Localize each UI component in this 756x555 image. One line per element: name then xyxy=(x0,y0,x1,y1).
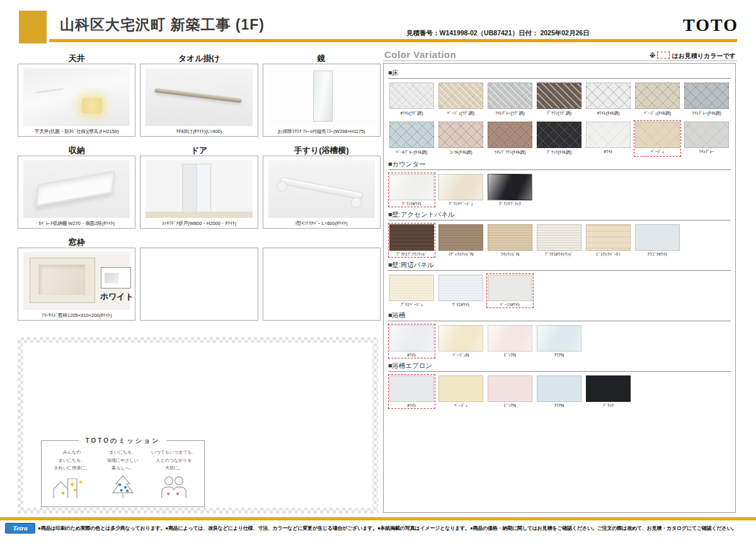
swatch-label: ﾌﾞﾗｯｸ(ﾀｲﾙ調) xyxy=(537,149,581,156)
swatch-label: ﾎﾜｲﾄ xyxy=(389,353,434,357)
color-swatch: ﾌﾟﾗﾅｽﾎﾜｲﾄｳｯﾄﾞ xyxy=(536,223,583,258)
swatch-chip xyxy=(537,224,581,251)
section-label: ■浴槽エプロン xyxy=(388,362,731,372)
swatch-label: ﾌﾟﾘｴﾍﾞｰｼﾞｭ xyxy=(389,302,434,307)
window-frame-swatch xyxy=(101,267,131,289)
swatch-label: ﾌﾞﾗｳﾝ(ﾗｸﾞ調) xyxy=(537,110,581,117)
product-title: 窓枠 xyxy=(18,237,135,248)
color-swatch: ﾌﾟﾗﾅｽﾌﾞﾗｳﾝｳｯﾄﾞ xyxy=(388,223,435,258)
color-swatch: ﾗｲﾄｸﾞﾚｰ xyxy=(683,120,730,157)
color-variation-heading: Color Variation xyxy=(384,49,456,60)
swatch-label: ｱﾗｺﾞﾅﾎﾜｲﾄ xyxy=(635,252,680,256)
color-swatch: ﾍﾞｰｼﾞｭ xyxy=(437,374,484,409)
product-caption: 平天井(抗菌・防ｶﾋﾞ仕様)(壁高さH2150) xyxy=(20,129,134,135)
section-label: ■壁:周辺パネル xyxy=(388,261,731,271)
door-photo xyxy=(146,160,252,218)
swatch-label: ﾌﾞﾗｯｸ xyxy=(586,403,631,408)
swatch-chip xyxy=(488,325,532,352)
mission-col-eco: まいにちを、 環境にやさしい 暮らしへ。 xyxy=(99,449,147,501)
swatch-label: ﾐﾃﾞｨｱﾑｳｯﾄﾞN xyxy=(438,252,483,256)
color-swatch: ﾗｲﾄｸﾞﾚｰ(ﾗｸﾞ調) xyxy=(486,81,534,118)
swatch-chip xyxy=(684,83,729,109)
color-swatch: ﾍﾞｰｼﾞｭ xyxy=(634,120,681,157)
swatch-chip xyxy=(438,325,483,352)
swatch-label: ﾍﾞｰｼﾞｭN xyxy=(438,353,483,357)
color-swatch: ﾎﾜｲﾄ(ﾀｲﾙ調) xyxy=(585,81,632,118)
product-caption: ﾌﾘｰｻｲｽﾞ窓枠1205×910×200(ﾎﾜｲﾄ) xyxy=(20,312,134,319)
product-cell: 天井平天井(抗菌・防ｶﾋﾞ仕様)(壁高さH2150) xyxy=(18,53,135,137)
product-title: タオル掛け xyxy=(140,53,258,64)
mission-box: TOTOのミッション みんなの まいにちを、 きれいに快適に。 xyxy=(41,440,205,507)
swatch-chip xyxy=(438,174,483,200)
swatch-label: ﾗｲﾄｳｯﾄﾞN xyxy=(488,252,532,256)
product-title: 手すり(浴槽横) xyxy=(263,145,381,156)
color-swatch: ｱｸｱN xyxy=(536,374,583,409)
product-photo-box: ｽｯｷﾘﾄﾞｱ折戸(W800・H2000・ﾎﾜｲﾄ) xyxy=(140,156,258,229)
swatch-row: ﾍﾟｰﾙﾌﾞﾙｰ(ﾀｲﾙ調)ｺｰﾗﾙ(ﾀｲﾙ調)ﾗｲﾄﾌﾞﾗｳﾝ(ﾀｲﾙ調)ﾌﾞ… xyxy=(388,120,731,157)
color-swatch: ﾗｲﾄｳｯﾄﾞN xyxy=(486,223,534,258)
swatch-row: ﾌﾟﾘｴﾍﾞｰｼﾞｭﾌﾟﾘｴﾎﾜｲﾄﾍﾞｰｼｽﾎﾜｲﾄ xyxy=(388,273,731,308)
color-swatch: ﾋﾟﾝｸN xyxy=(486,374,534,409)
swatch-chip xyxy=(438,224,483,251)
swatch-chip xyxy=(635,122,680,148)
legend-asterisk: ※ xyxy=(650,52,656,59)
swatch-chip xyxy=(488,83,532,109)
color-swatch: ﾍﾞｰｼｽﾎﾜｲﾄ xyxy=(486,273,534,308)
swatch-label: ｺｰﾗﾙ(ﾀｲﾙ調) xyxy=(438,149,483,156)
color-swatch: ｺｰﾗﾙ(ﾀｲﾙ調) xyxy=(437,120,484,157)
color-swatch: ﾎﾜｲﾄ xyxy=(388,324,435,358)
footer-rule xyxy=(0,517,756,520)
mission-col-people: いつでもいつまでも、 人とのつながりを 大切に。 ♥ ♥ xyxy=(150,449,198,501)
swatch-label: ﾗｲﾄｸﾞﾚｰ xyxy=(684,149,729,154)
swatch-label: ｸﾞﾗﾝﾂﾍﾞｰｼﾞｭ xyxy=(438,202,483,206)
swatch-chip xyxy=(389,375,434,402)
swatch-label: ｱｸｱN xyxy=(537,353,581,357)
product-photo-box xyxy=(263,248,381,321)
mission-columns: みんなの まいにちを、 きれいに快適に。 まいにちを、 環境にやさしい 暮らしへ… xyxy=(42,441,204,501)
swatch-chip xyxy=(684,122,729,148)
color-swatch: ﾗｲﾄｸﾞﾚｰ(ﾀｲﾙ調) xyxy=(683,81,730,118)
swatch-chip xyxy=(438,375,483,402)
swatch-chip xyxy=(389,325,434,352)
product-title xyxy=(140,237,258,248)
product-photo-box: 平天井(抗菌・防ｶﾋﾞ仕様)(壁高さH2150) xyxy=(18,64,135,137)
swatch-chip xyxy=(586,224,631,251)
color-swatch: ﾌﾞﾗｯｸ xyxy=(585,374,632,409)
mission-text: いつでもいつまでも、 人とのつながりを 大切に。 xyxy=(150,449,198,472)
color-swatch: ﾍﾞｰｼﾞｭN xyxy=(437,324,484,358)
swatch-label: ﾎﾜｲﾄ xyxy=(389,403,434,408)
mission-text: まいにちを、 環境にやさしい 暮らしへ。 xyxy=(99,449,147,472)
swatch-chip xyxy=(438,83,483,109)
pattern-inner: TOTOのミッション みんなの まいにちを、 きれいに快適に。 xyxy=(23,343,372,508)
color-swatch: ﾋﾞｽｸﾄﾗﾊﾞｰﾁﾝ xyxy=(585,223,632,258)
swatch-chip xyxy=(488,375,532,402)
swatch-chip xyxy=(389,224,434,251)
header-accent-square xyxy=(19,11,47,43)
swatch-label: ｱｸｱN xyxy=(537,403,581,408)
product-title: ドア xyxy=(140,145,258,156)
quote-number: 見積番号：W141998-02（UB87421）日付： 2025年02月26日 xyxy=(406,29,590,38)
swatch-chip xyxy=(537,122,581,148)
section-label: ■床 xyxy=(388,69,731,79)
swatch-label: ﾎﾜｲﾄ xyxy=(586,149,631,154)
section-label: ■カウンター xyxy=(388,160,731,170)
towel-photo xyxy=(146,68,252,126)
color-swatch: ｱﾗｺﾞﾅﾎﾜｲﾄ xyxy=(634,223,681,258)
mirror-photo xyxy=(268,68,375,126)
swatch-label: ﾗｲﾄｸﾞﾚｰ(ﾗｸﾞ調) xyxy=(488,110,532,117)
product-cell xyxy=(263,237,381,321)
house-sparkle-icon xyxy=(52,474,92,499)
product-caption: ｾﾊﾟﾚｰﾄ収納棚 W270・側面2段(ﾎﾜｲﾄ) xyxy=(20,220,134,227)
swatch-label: ﾗｲﾄﾌﾞﾗｳﾝ(ﾀｲﾙ調) xyxy=(488,149,532,156)
swatch-label: ﾍﾞｰｼﾞｭ xyxy=(635,149,680,154)
swatch-chip xyxy=(389,174,434,200)
product-cell: 収納ｾﾊﾟﾚｰﾄ収納棚 W270・側面2段(ﾎﾜｲﾄ) xyxy=(18,145,135,229)
product-photo-box: ﾀｵﾙ掛け(ﾎﾜｲﾄ)(L=400) xyxy=(140,64,258,137)
swatch-label: ﾍﾟｰﾙﾌﾞﾙｰ(ﾀｲﾙ調) xyxy=(389,149,434,156)
swatch-label: ﾋﾞｽｸﾄﾗﾊﾞｰﾁﾝ xyxy=(586,252,631,256)
swatch-row: ﾎﾜｲﾄﾍﾞｰｼﾞｭﾋﾟﾝｸNｱｸｱNﾌﾞﾗｯｸ xyxy=(388,374,731,409)
color-variation-rule xyxy=(383,60,737,61)
product-cell: タオル掛けﾀｵﾙ掛け(ﾎﾜｲﾄ)(L=400) xyxy=(140,53,258,137)
product-caption: I型ｲﾝﾃﾘｱﾊﾞｰ L=600(ﾎﾜｲﾄ) xyxy=(265,220,379,227)
svg-text:♥: ♥ xyxy=(176,491,179,497)
